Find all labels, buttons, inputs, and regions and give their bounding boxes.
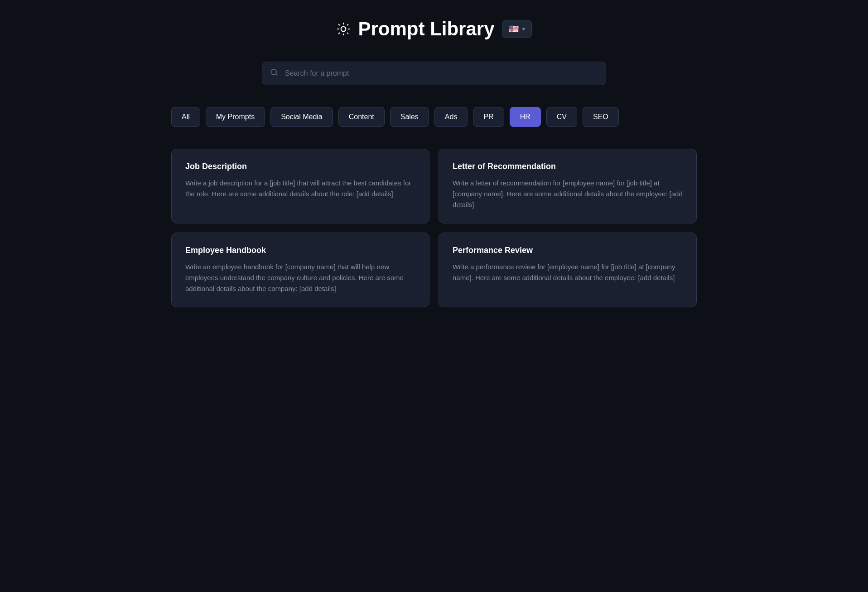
search-input[interactable] [262,62,606,85]
page-title: Prompt Library [358,18,494,40]
prompt-card-job-description[interactable]: Job DescriptionWrite a job description f… [171,149,429,223]
filter-tab-seo[interactable]: SEO [583,107,619,127]
header: Prompt Library 🇺🇸 ▾ [336,18,531,40]
language-selector[interactable]: 🇺🇸 ▾ [502,20,532,38]
card-description: Write a letter of recommendation for [em… [453,178,683,210]
filter-tab-social-media[interactable]: Social Media [270,107,333,127]
svg-line-8 [347,24,348,25]
filter-tab-my-prompts[interactable]: My Prompts [206,107,265,127]
card-title: Letter of Recommendation [453,162,683,171]
card-description: Write a job description for a [job title… [185,178,415,199]
card-description: Write a performance review for [employee… [453,262,683,283]
page-container: Prompt Library 🇺🇸 ▾ AllMy PromptsSocial … [162,0,706,325]
filter-tab-ads[interactable]: Ads [434,107,468,127]
filter-tab-all[interactable]: All [171,107,200,127]
prompt-card-performance-review[interactable]: Performance ReviewWrite a performance re… [439,233,697,307]
search-container [262,62,606,85]
card-title: Performance Review [453,246,683,255]
svg-line-3 [339,24,340,25]
svg-line-10 [275,74,277,75]
search-icon [270,68,278,79]
card-description: Write an employee handbook for [company … [185,262,415,294]
flag-icon: 🇺🇸 [509,24,519,34]
card-title: Employee Handbook [185,246,415,255]
svg-line-4 [347,33,348,34]
filter-tab-cv[interactable]: CV [546,107,577,127]
chevron-down-icon: ▾ [522,26,525,32]
filter-tab-hr[interactable]: HR [510,107,541,127]
svg-line-7 [339,33,340,34]
cards-grid: Job DescriptionWrite a job description f… [171,149,697,307]
card-title: Job Description [185,162,415,171]
prompt-card-employee-handbook[interactable]: Employee HandbookWrite an employee handb… [171,233,429,307]
filter-tabs: AllMy PromptsSocial MediaContentSalesAds… [171,107,697,127]
sun-icon [336,22,351,36]
prompt-card-letter-of-recommendation[interactable]: Letter of RecommendationWrite a letter o… [439,149,697,223]
filter-tab-pr[interactable]: PR [473,107,504,127]
svg-point-0 [341,27,346,32]
filter-tab-content[interactable]: Content [338,107,385,127]
filter-tab-sales[interactable]: Sales [390,107,429,127]
